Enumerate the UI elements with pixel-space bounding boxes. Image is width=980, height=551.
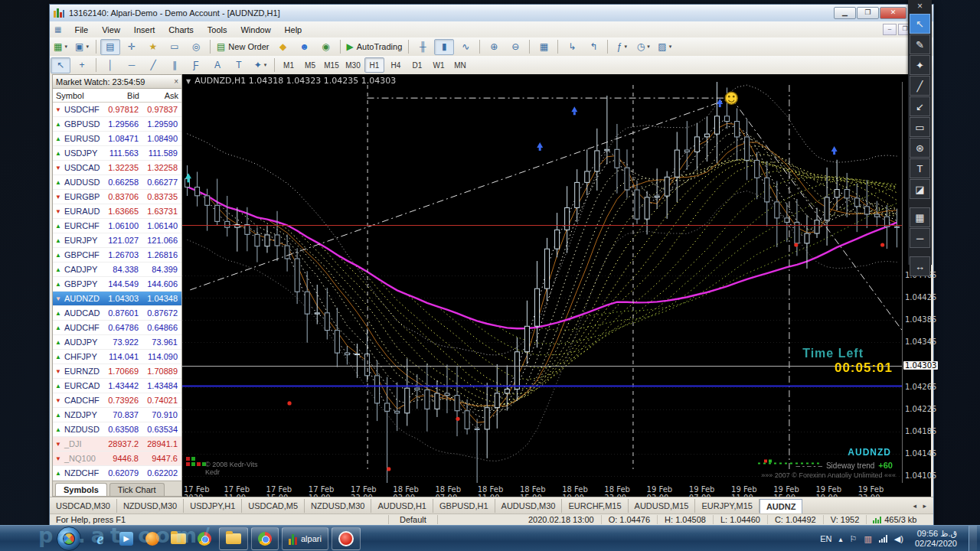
status-profile[interactable]: Default — [388, 515, 438, 524]
chart-tab-usdcad-m30[interactable]: USDCAD,M30 — [50, 499, 117, 513]
market-watch-row-usdchf[interactable]: ▼USDCHF0.978120.97837 — [53, 103, 181, 117]
chart-shift-button[interactable]: ↰ — [583, 39, 603, 55]
market-watch-row-audchf[interactable]: ▲AUDCHF0.647860.64866 — [53, 321, 181, 335]
community-button[interactable]: ☻ — [295, 39, 315, 55]
new-chart-dropdown-icon[interactable]: ▾ — [64, 44, 67, 50]
periods-list-button[interactable]: ◷▾ — [633, 39, 653, 55]
chart-tab-audusd-m30[interactable]: AUDUSD,M30 — [495, 499, 563, 513]
timeframe-m30[interactable]: M30 — [343, 57, 363, 73]
trendline-button[interactable]: ╱ — [143, 57, 163, 73]
chrome-icon[interactable] — [194, 528, 215, 549]
market-watch-row-nzdjpy[interactable]: ▲NZDJPY70.83770.910 — [53, 408, 181, 422]
tab-symbols[interactable]: Symbols — [55, 483, 107, 496]
tab-scroll-arrows[interactable]: ◂ ▸ — [913, 502, 929, 510]
annotation-tool-line[interactable]: ╱ — [910, 76, 930, 96]
navigator-button[interactable]: ★ — [143, 39, 163, 55]
data-window-button[interactable]: ✛ — [122, 39, 142, 55]
start-button[interactable] — [57, 527, 81, 551]
market-watch-row-audnzd[interactable]: ▼AUDNZD1.043031.04348 — [53, 292, 181, 306]
auto-scroll-button[interactable]: ↳ — [562, 39, 582, 55]
bar-chart-mode-button[interactable]: ╫ — [413, 39, 433, 55]
market-watch-row-cadchf[interactable]: ▼CADCHF0.739260.74021 — [53, 393, 181, 408]
title-bar[interactable]: 13162140: Alpari-Demo - Demo Account - [… — [50, 5, 933, 22]
menu-help[interactable]: Help — [278, 24, 309, 36]
arrows-tool-dropdown-icon[interactable]: ▾ — [264, 62, 267, 68]
market-watch-row-eurjpy[interactable]: ▲EURJPY121.027121.066 — [53, 233, 181, 248]
market-watch-row-chfjpy[interactable]: ▲CHFJPY114.041114.090 — [53, 350, 181, 364]
arrows-tool-button[interactable]: ✦▾ — [250, 57, 270, 73]
market-watch-row-audjpy[interactable]: ▲AUDJPY73.92273.961 — [53, 335, 181, 350]
menu-file[interactable]: File — [67, 24, 95, 36]
zoom-out-button[interactable]: ⊖ — [505, 39, 525, 55]
timeframe-h4[interactable]: H4 — [386, 57, 406, 73]
annotation-tool-pencil[interactable]: ✎ — [910, 34, 930, 54]
menu-insert[interactable]: Insert — [127, 24, 162, 36]
cursor-button[interactable]: ↖ — [51, 57, 70, 73]
market-watch-row-nq100[interactable]: ▼_NQ1009446.89447.6 — [53, 452, 181, 466]
market-watch-row-eurcad[interactable]: ▲EURCAD1.434421.43484 — [53, 379, 181, 393]
text-button[interactable]: A — [207, 57, 227, 73]
chrome-window-button[interactable] — [251, 527, 279, 550]
annotation-tool-marker[interactable]: ✦ — [910, 55, 930, 75]
annotation-tool-rectangle[interactable]: ▭ — [910, 117, 930, 137]
market-watch-row-gbpjpy[interactable]: ▲GBPJPY144.549144.606 — [53, 277, 181, 292]
strategy-tester-button[interactable]: ◎ — [186, 39, 206, 55]
new-chart-button[interactable]: ▦▾ — [51, 39, 70, 55]
chart-tab-audusd-h1[interactable]: AUDUSD,H1 — [371, 499, 433, 513]
column-bid[interactable]: Bid — [103, 91, 142, 100]
folder-icon[interactable] — [168, 528, 189, 549]
text-label-button[interactable]: T — [229, 57, 249, 73]
action-center-icon[interactable]: ⚐ — [850, 534, 858, 544]
timeframe-m1[interactable]: M1 — [279, 57, 299, 73]
terminal-button[interactable]: ▭ — [165, 39, 185, 55]
timeframe-m15[interactable]: M15 — [322, 57, 341, 73]
market-watch-row-eurchf[interactable]: ▲EURCHF1.061001.06140 — [53, 219, 181, 233]
candlestick-mode-button[interactable]: ▮ — [434, 39, 454, 55]
timeframe-h1[interactable]: H1 — [364, 57, 384, 73]
profiles-button[interactable]: ▣▾ — [72, 39, 92, 55]
volume-icon[interactable]: ◀) — [894, 534, 903, 544]
market-watch-row-euraud[interactable]: ▼EURAUD1.636651.63731 — [53, 204, 181, 219]
media-player-icon[interactable]: ▶ — [116, 528, 137, 549]
market-watch-row-dji[interactable]: ▼_DJI28937.228941.1 — [53, 437, 181, 452]
zoom-in-button[interactable]: ⊕ — [484, 39, 504, 55]
broadcast-button[interactable]: ◉ — [316, 39, 336, 55]
market-watch-row-nzdusd[interactable]: ▲NZDUSD0.635080.63534 — [53, 422, 181, 437]
show-desktop-button[interactable] — [969, 526, 977, 551]
column-symbol[interactable]: Symbol — [53, 91, 103, 100]
market-watch-row-audcad[interactable]: ▲AUDCAD0.876010.87672 — [53, 306, 181, 321]
internet-explorer-icon[interactable]: e — [90, 528, 111, 549]
indicators-list-dropdown-icon[interactable]: ▾ — [624, 44, 627, 50]
date-axis[interactable]: 17 Feb 202017 Feb 11:0017 Feb 15:0017 Fe… — [182, 484, 902, 497]
periods-list-dropdown-icon[interactable]: ▾ — [647, 44, 650, 50]
market-watch-close-icon[interactable]: × — [174, 77, 178, 86]
market-watch-row-gbpchf[interactable]: ▲GBPCHF1.267031.26816 — [53, 248, 181, 262]
calendar-icon[interactable]: ▥ — [864, 534, 871, 544]
menu-window[interactable]: Window — [234, 24, 277, 36]
market-watch-row-usdjpy[interactable]: ▲USDJPY111.563111.589 — [53, 146, 181, 161]
network-icon[interactable] — [879, 535, 887, 543]
line-chart-mode-button[interactable]: ∿ — [456, 39, 475, 55]
chart-canvas[interactable] — [182, 82, 902, 483]
menu-view[interactable]: View — [95, 24, 127, 36]
tray-expand-icon[interactable]: ▴ — [839, 535, 843, 543]
minimize-button[interactable]: ▁ — [834, 7, 856, 19]
templates-button[interactable]: ▨▾ — [655, 39, 675, 55]
crosshair-button[interactable]: + — [72, 57, 92, 73]
restore-button[interactable]: ❐ — [857, 7, 879, 19]
equidistant-channel-button[interactable]: ∥ — [165, 57, 185, 73]
annotation-tool-pixelate[interactable]: ▦ — [910, 207, 930, 227]
timeframe-w1[interactable]: W1 — [429, 57, 449, 73]
horizontal-line-button[interactable]: ─ — [122, 57, 142, 73]
market-watch-row-gbpusd[interactable]: ▲GBPUSD1.295661.29590 — [53, 117, 181, 132]
chart-tab-audusd-m15[interactable]: AUDUSD,M15 — [629, 499, 696, 513]
column-ask[interactable]: Ask — [142, 91, 181, 100]
close-button[interactable]: ✕ — [880, 7, 906, 19]
chart-minimize-button[interactable]: – — [883, 24, 897, 35]
annotation-tool-arrow[interactable]: ↙ — [910, 96, 930, 116]
annotation-tool-cursor[interactable]: ↖ — [910, 14, 930, 34]
language-indicator[interactable]: EN — [820, 534, 831, 543]
annotation-close-icon[interactable]: × — [908, 0, 932, 13]
annotation-tool-text[interactable]: T — [910, 158, 930, 178]
chart-tab-eurjpy-m15[interactable]: EURJPY,M15 — [695, 499, 759, 513]
